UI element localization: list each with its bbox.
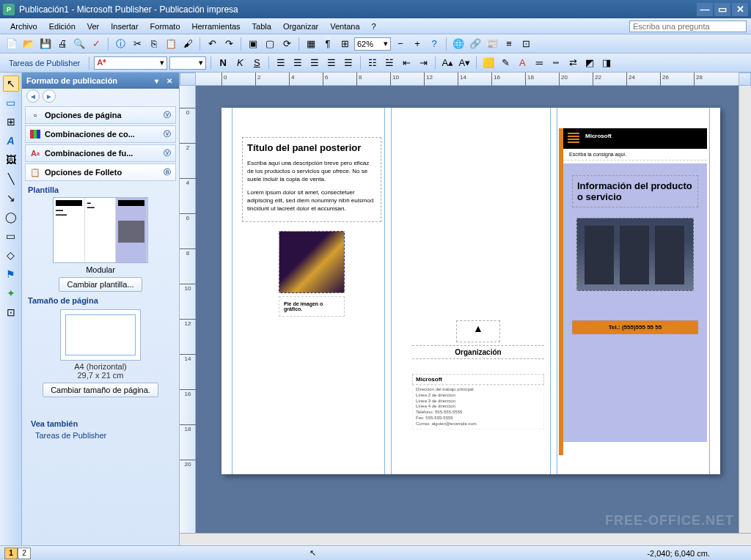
front-tagline[interactable]: Escriba la consigna aquí. [563,149,707,161]
paste-icon[interactable]: 📋 [164,37,178,51]
menu-herramientas[interactable]: Herramientas [186,21,246,32]
autoshapes-tool-icon[interactable]: ◇ [3,247,19,263]
page-size-thumbnail[interactable] [60,309,141,361]
section-page-options[interactable]: ▫ Opciones de página ⓥ [25,106,176,124]
menu-ventana[interactable]: Ventana [324,21,365,32]
line-color-icon[interactable]: ✎ [498,56,513,70]
web-preview-icon[interactable]: 🌐 [451,37,466,51]
oval-tool-icon[interactable]: ◯ [3,209,19,225]
research-icon[interactable]: ⓘ [113,37,128,51]
back-panel-image[interactable] [279,231,345,293]
menu-tabla[interactable]: Tabla [246,21,277,32]
hyperlink-icon[interactable]: 🔗 [468,37,483,51]
front-header[interactable]: Microsoft [563,128,707,149]
vertical-scrollbar[interactable] [739,86,751,533]
front-panel[interactable]: Microsoft Escriba la consigna aquí. Info… [563,128,707,455]
increase-indent-icon[interactable]: ⇥ [416,56,431,70]
spell-icon[interactable]: ✓ [89,37,103,51]
minimize-button[interactable]: — [697,3,713,16]
print-preview-icon[interactable]: 🔍 [72,37,87,51]
workspace[interactable]: Título del panel posterior Escriba aquí … [196,86,739,533]
front-title[interactable]: Información del producto o servicio [572,175,698,207]
help-icon[interactable]: ? [427,37,442,51]
menu-help[interactable]: ? [366,21,382,32]
section-brochure-options[interactable]: 📋 Opciones de Folleto ⓐ [25,163,176,181]
front-image[interactable] [576,218,694,291]
arrow-style-icon[interactable]: ⇄ [565,56,580,70]
redo-icon[interactable]: ↷ [221,37,236,51]
bring-front-icon[interactable]: ▣ [246,37,260,51]
increase-font-icon[interactable]: A▴ [440,56,455,70]
template-thumbnail[interactable]: ▬▬▬▬▬ ▬▬▬ [53,197,148,263]
arrow-tool-icon[interactable]: ↘ [3,190,19,206]
group-icon[interactable]: ⊡ [519,37,533,51]
3d-icon[interactable]: ◨ [599,56,614,70]
org-logo-placeholder[interactable]: ▲ [456,320,500,342]
zoom-in-icon[interactable]: + [410,37,425,51]
align-icon[interactable]: ≡ [502,37,516,51]
align-right-icon[interactable]: ☰ [307,56,322,70]
undo-icon[interactable]: ↶ [205,37,219,51]
back-panel[interactable]: Título del panel posterior Escriba aquí … [242,137,381,317]
cut-icon[interactable]: ✂ [130,37,144,51]
picture-tool-icon[interactable]: 🖼 [3,152,19,168]
menu-ver[interactable]: Ver [81,21,106,32]
page-tab-1[interactable]: 1 [4,548,18,559]
organization-name[interactable]: Organización [412,345,544,359]
shadow-icon[interactable]: ◩ [582,56,597,70]
change-template-button[interactable]: Cambiar plantilla... [59,277,142,292]
send-back-icon[interactable]: ▢ [263,37,277,51]
horizontal-ruler[interactable]: 0 2 4 6 8 10 12 14 16 18 20 22 24 26 28 [196,73,739,86]
task-pane-dropdown-icon[interactable]: ▾ [151,75,161,86]
close-button[interactable]: ✕ [732,3,748,16]
table-tool-icon[interactable]: ⊞ [3,114,19,130]
menu-organizar[interactable]: Organizar [277,21,324,32]
justify-icon[interactable]: ☰ [324,56,339,70]
nav-back-icon[interactable]: ◄ [26,89,40,103]
align-left-icon[interactable]: ☰ [274,56,288,70]
bullets-icon[interactable]: ☷ [365,56,380,70]
back-panel-lorem[interactable]: Lorem ipsum dolor sit amet, consectetuer… [247,188,376,213]
italic-icon[interactable]: K [232,56,247,70]
font-combo[interactable]: A⁴▾ [94,56,167,70]
wordart-tool-icon[interactable]: A [3,133,19,149]
bookmark-tool-icon[interactable]: ⚑ [3,266,19,282]
zoom-combo[interactable]: 62%▾ [354,37,391,51]
menu-edicion[interactable]: Edición [43,21,81,32]
item-library-icon[interactable]: ⊡ [3,304,19,320]
help-search-input[interactable] [629,21,747,32]
front-company[interactable]: Microsoft [585,133,612,139]
address-panel[interactable]: ▲ Organización Microsoft Dirección del t… [412,320,544,430]
line-style-icon[interactable]: ═ [532,56,546,70]
back-panel-desc[interactable]: Escriba aquí una descripción breve pero … [247,159,376,184]
address-block[interactable]: Dirección del trabajo principal Línea 2 … [412,385,544,430]
section-color-schemes[interactable]: Combinaciones de co... ⓥ [25,125,176,143]
menu-formato[interactable]: Formato [144,21,186,32]
open-icon[interactable]: 📂 [21,37,36,51]
back-panel-title[interactable]: Título del panel posterior [247,142,376,153]
back-panel-caption[interactable]: Pie de imagen o gráfico. [279,296,345,317]
bold-icon[interactable]: N [216,56,230,70]
rotate-icon[interactable]: ⟳ [279,37,294,51]
front-tel[interactable]: Tel.: (555)555 55 55 [572,320,698,334]
underline-icon[interactable]: S [249,56,264,70]
fill-color-icon[interactable]: 🟨 [481,56,496,70]
save-icon[interactable]: 💾 [38,37,53,51]
maximize-button[interactable]: ▭ [714,3,730,16]
new-icon[interactable]: 📄 [4,37,19,51]
page-canvas[interactable]: Título del panel posterior Escriba aquí … [221,108,720,474]
select-tool-icon[interactable]: ↖ [3,75,19,92]
dash-style-icon[interactable]: ┉ [549,56,563,70]
special-chars-icon[interactable]: ¶ [320,37,335,51]
vertical-ruler[interactable]: 0 2 4 6 8 10 12 14 16 18 20 [180,86,196,533]
zoom-out-icon[interactable]: − [393,37,408,51]
distribute-icon[interactable]: ☰ [341,56,356,70]
boundaries-icon[interactable]: ⊞ [337,37,352,51]
line-tool-icon[interactable]: ╲ [3,171,19,187]
change-page-size-button[interactable]: Cambiar tamaño de página. [43,383,158,397]
copy-icon[interactable]: ⎘ [147,37,161,51]
decrease-indent-icon[interactable]: ⇤ [399,56,414,70]
page-tab-2[interactable]: 2 [18,548,31,559]
tasks-label[interactable]: Tareas de Publisher [4,59,84,67]
company-name[interactable]: Microsoft [412,374,544,385]
